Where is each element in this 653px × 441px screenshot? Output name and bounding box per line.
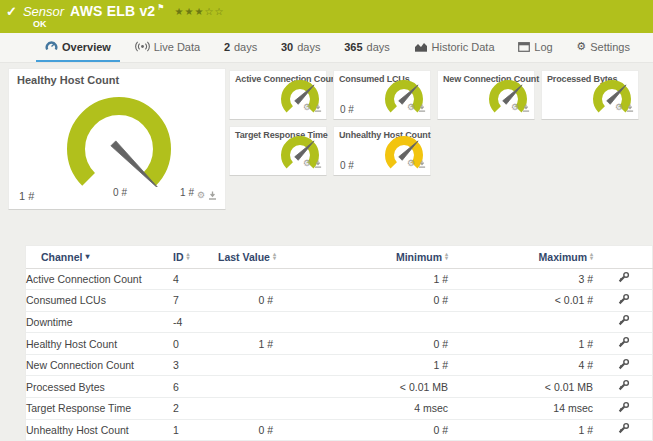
tab-365-days[interactable]: 365days (335, 33, 399, 62)
last-value: 0 # (218, 290, 273, 312)
table-row: New Connection Count31 #4 # (26, 354, 653, 376)
download-icon[interactable] (418, 154, 426, 172)
channel-settings-cell[interactable] (593, 311, 653, 333)
priority-stars[interactable]: ★★★☆☆ (175, 6, 225, 17)
channel-settings-icon[interactable] (617, 293, 630, 306)
healthy-host-count-gauge (9, 85, 227, 187)
last-value (218, 354, 273, 376)
maximum-value: 1 # (448, 333, 593, 355)
tab-settings[interactable]: ⚙Settings (567, 33, 639, 62)
sensor-overview-page: ✓ Sensor AWS ELB v2 ⚑ ★★★☆☆ OK OverviewL… (0, 0, 653, 441)
channel-name: Active Connection Count (26, 268, 173, 290)
gauge-current-value: 1 # (19, 190, 34, 202)
download-icon[interactable] (208, 186, 217, 204)
channel-settings-icon[interactable] (617, 379, 630, 392)
channel-settings-cell[interactable] (593, 376, 653, 398)
tab-label: Log (534, 41, 552, 53)
last-value: 1 # (218, 333, 273, 355)
channel-settings-cell[interactable] (593, 333, 653, 355)
channel-settings-icon[interactable] (617, 271, 630, 284)
object-kind-label: Sensor (23, 4, 64, 19)
channel-name: Healthy Host Count (26, 333, 173, 355)
tab-label: Live Data (154, 41, 200, 53)
tab-30-days[interactable]: 30days (272, 33, 330, 62)
sort-icon: ▴▾ (445, 253, 448, 260)
table-row: Downtime-4 (26, 311, 653, 333)
channel-settings-icon[interactable] (617, 358, 630, 371)
table-row: Unhealthy Host Count10 #0 #1 # (26, 419, 653, 441)
tab-label: Historic Data (432, 41, 495, 53)
download-icon[interactable] (626, 98, 634, 116)
gear-icon[interactable]: ⚙ (197, 191, 205, 200)
tab-label: days (234, 41, 257, 53)
channel-settings-cell[interactable] (593, 354, 653, 376)
gear-icon[interactable]: ⚙ (407, 103, 415, 112)
gear-icon[interactable]: ⚙ (303, 103, 311, 112)
column-header-last-value[interactable]: Last Value▴▾ (218, 246, 273, 268)
gauge-card-target-response-time: Target Response Time⚙ (229, 126, 327, 176)
channel-settings-cell[interactable] (593, 268, 653, 290)
channel-id: 1 (173, 419, 218, 441)
maximum-value: 4 # (448, 354, 593, 376)
channel-settings-icon[interactable] (617, 336, 630, 349)
gauge-card-active-connection-count: Active Connection Count⚙ (229, 70, 327, 120)
priority-flag-icon[interactable]: ⚑ (157, 3, 164, 12)
column-header-channel[interactable]: Channel▾ (26, 246, 173, 268)
column-header-settings (593, 246, 653, 268)
column-header-minimum[interactable]: Minimum▴▾ (273, 246, 448, 268)
column-header-id[interactable]: ID▴▾ (173, 246, 218, 268)
sensor-name: AWS ELB v2 (70, 3, 155, 19)
tab-live-data[interactable]: Live Data (126, 33, 209, 62)
status-badge: OK (33, 19, 47, 29)
gauge-card-consumed-lcus: Consumed LCUs0 #⚙ (333, 70, 431, 120)
channel-id: 4 (173, 268, 218, 290)
channel-settings-icon[interactable] (617, 422, 630, 435)
channel-settings-cell[interactable] (593, 290, 653, 312)
channel-table-panel: Channel▾ ID▴▾ Last Value▴▾ Minimum▴▾ Max… (25, 245, 653, 441)
gear-icon[interactable]: ⚙ (407, 159, 415, 168)
last-value (218, 268, 273, 290)
tab-number: 30 (281, 41, 293, 53)
tab-historic-data[interactable]: Historic Data (405, 33, 504, 62)
tab-label: Overview (62, 41, 111, 53)
maximum-value (448, 311, 593, 333)
download-icon[interactable] (418, 98, 426, 116)
last-value (218, 376, 273, 398)
tab-2-days[interactable]: 2days (215, 33, 266, 62)
channel-settings-icon[interactable] (617, 401, 630, 414)
download-icon[interactable] (314, 98, 322, 116)
channel-id: 3 (173, 354, 218, 376)
settings-icon: ⚙ (576, 41, 586, 52)
historic-data-icon (414, 41, 428, 52)
column-header-maximum[interactable]: Maximum▴▾ (448, 246, 593, 268)
minimum-value: 0 # (273, 290, 448, 312)
channel-id: 2 (173, 398, 218, 420)
last-value (218, 398, 273, 420)
gear-icon[interactable]: ⚙ (303, 159, 311, 168)
gear-icon[interactable]: ⚙ (615, 103, 623, 112)
gauge-current-value: 0 # (340, 104, 354, 115)
channel-name: Consumed LCUs (26, 290, 173, 312)
gear-icon[interactable]: ⚙ (511, 103, 519, 112)
maximum-value: 3 # (448, 268, 593, 290)
table-row: Healthy Host Count01 #0 #1 # (26, 333, 653, 355)
log-icon (518, 42, 530, 52)
minimum-value: 0 # (273, 419, 448, 441)
gauge-card-processed-bytes: Processed Bytes⚙ (541, 70, 639, 120)
minimum-value: < 0.01 MB (273, 376, 448, 398)
channel-settings-cell[interactable] (593, 398, 653, 420)
tab-overview[interactable]: Overview (36, 33, 120, 62)
table-row: Consumed LCUs70 #0 #< 0.01 # (26, 290, 653, 312)
last-value (218, 311, 273, 333)
channel-settings-cell[interactable] (593, 419, 653, 441)
channel-settings-icon[interactable] (617, 314, 630, 327)
download-icon[interactable] (522, 98, 530, 116)
table-row: Processed Bytes6< 0.01 MB< 0.01 MB (26, 376, 653, 398)
overview-icon (45, 40, 58, 53)
channel-name: Processed Bytes (26, 376, 173, 398)
tab-log[interactable]: Log (509, 33, 561, 62)
minimum-value: 1 # (273, 354, 448, 376)
table-header-row: Channel▾ ID▴▾ Last Value▴▾ Minimum▴▾ Max… (26, 246, 653, 268)
download-icon[interactable] (314, 154, 322, 172)
tab-label: days (367, 41, 390, 53)
